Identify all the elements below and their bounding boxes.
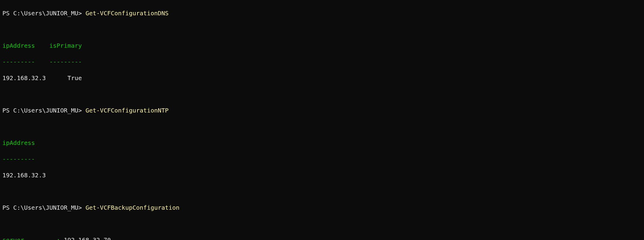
prompt-line: PS C:\Users\JUNIOR_MU> Get-VCFConfigurat… (2, 9, 642, 17)
prompt-line: PS C:\Users\JUNIOR_MU> Get-VCFConfigurat… (2, 106, 642, 115)
ntp-header: ipAddress (2, 139, 642, 147)
backup-value-server: 192.168.32.70 (64, 236, 111, 240)
blank-line (2, 26, 642, 34)
backup-row-server: server : 192.168.32.70 (2, 236, 642, 240)
command-dns: Get-VCFConfigurationDNS (86, 10, 169, 17)
ntp-row: 192.168.32.3 (2, 171, 642, 179)
ntp-separator: --------- (2, 155, 642, 163)
prompt-prefix: PS C:\Users\JUNIOR_MU> (2, 10, 86, 17)
blank-line (2, 220, 642, 228)
command-backup: Get-VCFBackupConfiguration (86, 204, 179, 211)
dns-header: ipAddress isPrimary (2, 42, 642, 50)
blank-line (2, 188, 642, 196)
blank-line (2, 90, 642, 98)
dns-separator: --------- --------- (2, 58, 642, 66)
terminal-output[interactable]: PS C:\Users\JUNIOR_MU> Get-VCFConfigurat… (0, 0, 644, 240)
dns-row: 192.168.32.3 True (2, 74, 642, 82)
backup-label-server: server : (2, 236, 64, 240)
prompt-line: PS C:\Users\JUNIOR_MU> Get-VCFBackupConf… (2, 204, 642, 212)
prompt-prefix: PS C:\Users\JUNIOR_MU> (2, 204, 86, 211)
blank-line (2, 123, 642, 131)
prompt-prefix: PS C:\Users\JUNIOR_MU> (2, 107, 86, 114)
command-ntp: Get-VCFConfigurationNTP (86, 107, 169, 114)
